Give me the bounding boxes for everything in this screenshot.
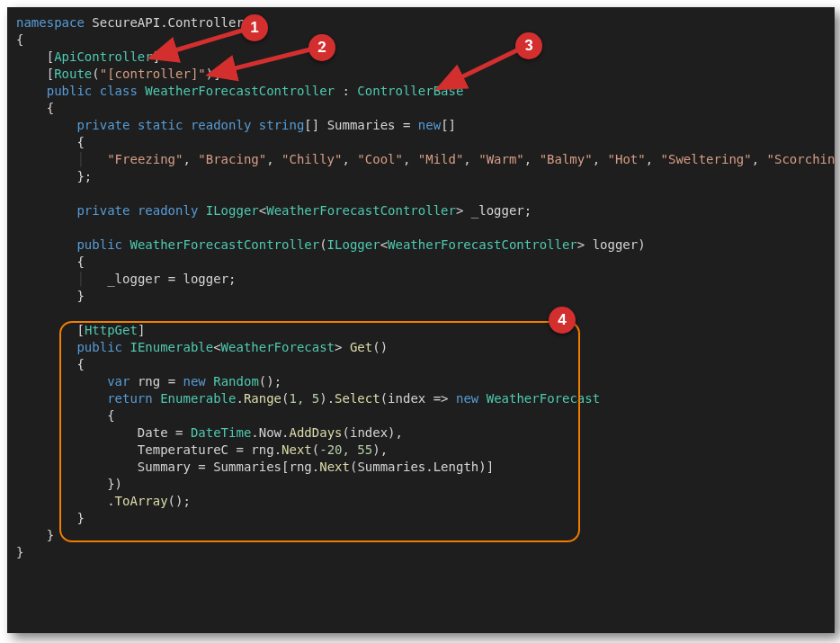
method: Next [281,442,312,457]
field: _logger [107,272,160,286]
param: logger [183,272,229,286]
type: DateTime [191,425,251,440]
field: Summaries [327,118,396,132]
field: Summaries [213,460,281,474]
string: "Sweltering" [661,152,752,166]
param: index [388,391,425,406]
param: index [350,425,388,440]
keyword: private [76,118,130,132]
param: logger [593,237,639,252]
string: "Chilly" [281,152,342,166]
keyword: var [107,374,130,388]
string: "Freezing" [107,152,183,166]
string: "Bracing" [198,152,266,166]
keyword: readonly [191,118,251,132]
string: "Hot" [608,152,646,166]
keyword: private [76,203,130,218]
code-editor: namespace SecureAPI.Controllers { [ApiCo… [7,7,835,633]
number: -20, 55 [319,442,372,457]
field: _logger [471,203,524,218]
attribute: HttpGet [85,323,138,337]
type: WeatherForecastController [388,237,577,252]
keyword: public [47,84,93,98]
type: Enumerable [160,391,236,406]
variable: rng [138,374,160,388]
method: Range [244,391,281,406]
property: Now [259,425,281,440]
string: "Cool" [357,152,403,166]
number: 1, 5 [290,391,320,406]
type: ILogger [206,203,259,218]
attribute: Route [54,67,92,81]
keyword: return [107,391,153,406]
string: "Warm" [478,152,524,166]
variable: rng [251,442,273,457]
namespace-name: SecureAPI.Controllers [92,15,251,30]
keyword: public [76,340,122,354]
type: IEnumerable [130,340,213,354]
method: AddDays [290,425,343,440]
ctor: WeatherForecastController [130,237,319,252]
type: ILogger [327,237,380,252]
type: WeatherForecast [487,391,600,406]
property: Date [138,425,168,440]
keyword: class [100,84,138,98]
type: Random [213,374,259,388]
base-class: ControllerBase [357,84,463,98]
keyword: new [183,374,206,388]
property: TemperatureC [138,442,228,457]
variable: rng [289,460,311,474]
method: ToArray [115,494,168,508]
type: WeatherForecastController [266,203,456,218]
string: "[controller]" [100,67,206,81]
string: "Scorching" [767,152,835,166]
class-name: WeatherForecastController [145,84,335,98]
string: "Balmy" [540,152,593,166]
keyword: string [259,118,305,132]
field: Summaries [357,460,425,474]
method: Next [319,460,350,474]
method: Get [350,340,372,354]
property: Summary [138,460,191,474]
keyword: new [418,118,441,132]
keyword: static [138,118,183,132]
string: "Mild" [418,152,464,166]
keyword: readonly [138,203,198,218]
code-block: namespace SecureAPI.Controllers { [ApiCo… [16,14,826,561]
property: Length [433,460,479,474]
keyword: namespace [16,15,85,30]
method: Select [335,391,380,406]
keyword: public [76,237,122,252]
keyword: new [456,391,478,406]
attribute: ApiController [54,49,153,64]
type: WeatherForecast [221,340,335,354]
